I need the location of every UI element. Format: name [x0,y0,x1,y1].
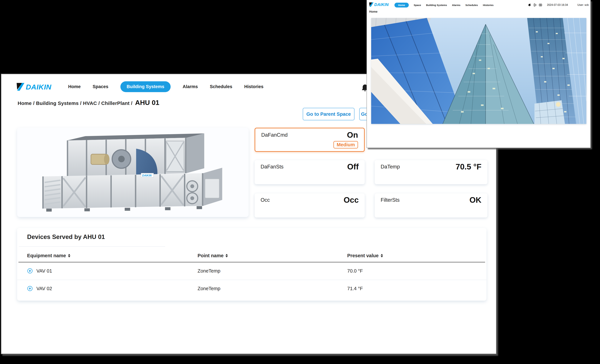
ahu-equipment-image: DAIKIN [35,133,231,212]
sort-icon[interactable] [68,254,70,257]
present-value: 71.4 °F [347,286,363,291]
point-label: FilterSts [381,197,400,203]
overlay-home-window: DAIKIN Home Space Building Systems Alarm… [366,0,591,148]
devices-table-card: Devices Served by AHU 01 Equipment name … [17,228,487,301]
column-header-point[interactable]: Point name [197,253,347,258]
skyscraper-photo [371,18,586,124]
point-label: DaTemp [381,164,400,170]
point-card-occ[interactable]: Occ Occ [255,193,365,217]
nav-item-building-systems[interactable]: Building Systems [426,4,447,7]
nav-item-space[interactable]: Space [414,4,421,7]
desktop-background: DAIKIN Home Spaces Building Systems Alar… [0,0,600,364]
device-bolt-icon[interactable] [27,286,33,291]
point-card-dafansts[interactable]: DaFanSts Off [255,160,365,184]
equipment-image-card: DAIKIN [17,128,249,217]
nav-item-alarms[interactable]: Alarms [452,4,460,7]
table-row[interactable]: VAV 02 ZoneTemp 71.4 °F [17,280,487,297]
point-name: ZoneTemp [197,268,220,274]
daikin-logo-text: DAIKIN [26,83,52,91]
table-header-row: Equipment name Point name Present value [17,251,487,261]
overlay-nav: Home Space Building Systems Alarms Sched… [394,2,494,8]
point-label: Occ [261,197,270,203]
point-value: 70.5 °F [456,162,481,171]
point-card-datemp[interactable]: DaTemp 70.5 °F [375,160,488,184]
point-name: ZoneTemp [197,286,220,291]
point-card-filtersts[interactable]: FilterSts OK [375,193,488,217]
nav-item-schedules[interactable]: Schedules [210,84,232,89]
nav-item-schedules[interactable]: Schedules [466,4,478,7]
daikin-logo-text: DAIKIN [374,2,389,7]
point-value: OK [469,195,481,205]
column-header-present-value[interactable]: Present value [347,253,477,258]
device-bolt-icon[interactable] [27,268,33,274]
logout-icon[interactable] [533,3,537,7]
title-divider [19,246,165,247]
bell-icon[interactable] [528,3,531,7]
point-value: On [347,130,358,140]
sort-icon[interactable] [381,254,383,257]
point-value: Occ [344,195,359,205]
point-card-dafancmd[interactable]: DaFanCmd On Medium [255,128,365,152]
overlay-topbar-right: 2024-07-03 16:34 User: scb [528,2,589,8]
page-title: AHU 01 [135,99,159,107]
daikin-logo: DAIKIN [17,82,58,92]
nav-item-home[interactable]: Home [394,3,409,8]
point-label: DaFanCmd [261,132,288,138]
sort-icon[interactable] [225,254,228,257]
nav-item-home[interactable]: Home [68,84,81,89]
datetime-label: 2024-07-03 16:34 [547,3,568,7]
table-row[interactable]: VAV 01 ZoneTemp 70.0 °F [17,262,487,279]
go-to-parent-space-button[interactable]: Go to Parent Space [303,108,355,120]
breadcrumb-path[interactable]: Home / Building Systems / HVAC / Chiller… [18,101,132,106]
point-value: Off [347,162,359,171]
breadcrumb: Home / Building Systems / HVAC / Chiller… [18,99,159,107]
daikin-logo: DAIKIN [369,2,393,7]
column-header-equipment[interactable]: Equipment name [27,253,197,258]
present-value: 70.0 °F [347,268,363,274]
equipment-name[interactable]: VAV 02 [37,286,52,291]
nav-item-building-systems[interactable]: Building Systems [120,81,171,92]
svg-text:DAIKIN: DAIKIN [142,174,152,177]
nav-item-histories[interactable]: Histories [244,84,263,89]
nav-item-spaces[interactable]: Spaces [93,84,108,89]
switch-user-icon[interactable] [539,3,542,7]
main-nav: Home Spaces Building Systems Alarms Sche… [68,81,263,93]
nav-item-alarms[interactable]: Alarms [183,84,198,89]
point-label: DaFanSts [261,164,283,170]
nav-item-histories[interactable]: Histories [483,4,494,7]
point-badge: Medium [333,141,358,149]
overlay-breadcrumb: Home [369,10,377,13]
devices-table-title: Devices Served by AHU 01 [27,233,105,241]
equipment-name[interactable]: VAV 01 [37,268,52,274]
user-label: User: scb [577,3,589,7]
